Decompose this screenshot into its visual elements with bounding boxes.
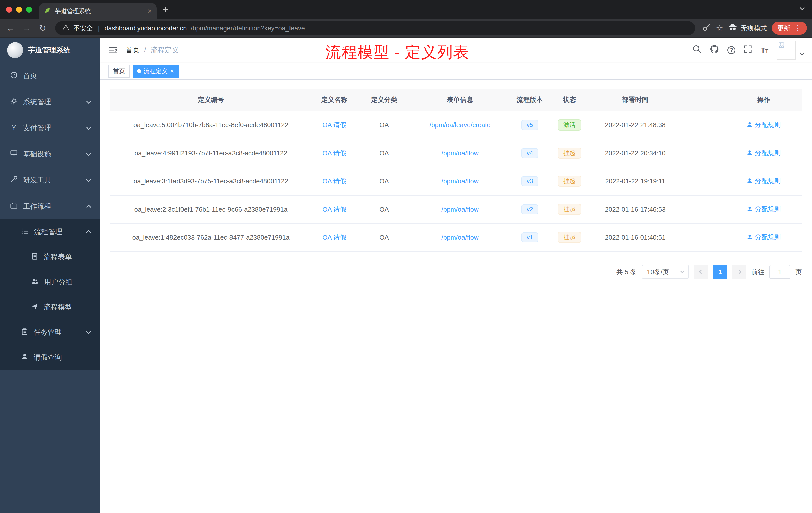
col-deploy-time: 部署时间 [588, 89, 682, 111]
chrome-update-button[interactable]: 更新 ⋮ [772, 22, 807, 35]
sidebar-item-process-form[interactable]: 流程表单 [0, 244, 100, 270]
sidebar-item-system[interactable]: 系统管理 [0, 89, 100, 115]
goto-label: 前往 [751, 268, 764, 276]
page-number-button[interactable]: 1 [713, 265, 727, 279]
pagination-total: 共 5 条 [616, 268, 637, 276]
table-row: oa_leave:5:004b710b-7b8a-11ec-8ef0-acde4… [111, 111, 802, 139]
app-window: 芋道管理系统 首页 系统管理 ¥ 支付管理 基础设施 [0, 38, 812, 513]
sidebar-item-process-model[interactable]: 流程模型 [0, 295, 100, 320]
next-page-button[interactable] [732, 265, 746, 279]
window-controls [6, 0, 39, 19]
sidebar-item-infra[interactable]: 基础设施 [0, 141, 100, 167]
warning-triangle-icon [62, 24, 69, 32]
gear-icon [10, 97, 18, 107]
assign-rule-link[interactable]: 分配规则 [747, 177, 781, 185]
assign-rule-link[interactable]: 分配规则 [747, 120, 781, 129]
form-link[interactable]: /bpm/oa/leave/create [430, 121, 491, 129]
page-size-select[interactable]: 10条/页 [642, 265, 689, 279]
sidebar-logo[interactable]: 芋道管理系统 [0, 38, 100, 63]
url-path: /bpm/manager/definition?key=oa_leave [191, 24, 305, 32]
font-size-icon[interactable]: TT [760, 46, 768, 55]
assign-rule-link[interactable]: 分配规则 [747, 233, 781, 242]
definition-name-link[interactable]: OA 请假 [322, 234, 346, 241]
table-row: oa_leave:1:482ec033-762a-11ec-8477-a2380… [111, 223, 802, 251]
tag-close-icon[interactable]: × [170, 68, 174, 74]
github-icon[interactable] [710, 45, 719, 56]
version-badge: v5 [522, 120, 538, 130]
incognito-badge: 无痕模式 [728, 24, 767, 33]
breadcrumb-home[interactable]: 首页 [125, 46, 140, 54]
address-bar[interactable]: 不安全 | dashboard.yudao.iocoder.cn/bpm/man… [55, 21, 695, 35]
back-button[interactable]: ← [5, 24, 16, 32]
sidebar-item-home[interactable]: 首页 [0, 63, 100, 89]
definition-id: oa_leave:5:004b710b-7b8a-11ec-8ef0-acde4… [111, 111, 311, 139]
users-icon [31, 278, 39, 286]
sidebar-item-devtools[interactable]: 研发工具 [0, 167, 100, 193]
sidebar-item-user-group[interactable]: 用户分组 [0, 270, 100, 295]
person-icon [21, 353, 28, 362]
definition-category: OA [357, 223, 411, 251]
tab-close-icon[interactable]: × [148, 7, 152, 14]
logo-avatar [7, 42, 23, 58]
screen: 芋道管理系统 × + ← → ↻ 不安全 | dashboard.yudao.i… [0, 0, 812, 513]
assign-rule-link[interactable]: 分配规则 [747, 205, 781, 214]
browser-menu-icon[interactable]: ⋮ [794, 25, 802, 32]
version-badge: v2 [522, 204, 538, 214]
breadcrumb: 首页/流程定义 [125, 46, 179, 55]
chevron-down-icon [86, 329, 91, 334]
sidebar-item-workflow[interactable]: 工作流程 [0, 193, 100, 219]
sidebar-item-payment[interactable]: ¥ 支付管理 [0, 115, 100, 141]
paper-plane-icon [31, 303, 38, 312]
definition-id: oa_leave:2:3c1f0ef1-76b1-11ec-9c66-a2380… [111, 195, 311, 223]
definition-name-link[interactable]: OA 请假 [322, 121, 346, 129]
tag-home[interactable]: 首页 [109, 64, 129, 78]
prev-page-button[interactable] [694, 265, 708, 279]
new-tab-button[interactable]: + [163, 4, 169, 14]
assign-rule-link[interactable]: 分配规则 [747, 149, 781, 157]
deploy-time: 2022-01-16 01:40:51 [588, 223, 682, 251]
definition-category: OA [357, 167, 411, 195]
sidebar-item-task-mgmt[interactable]: 任务管理 [0, 320, 100, 345]
goto-page-input[interactable] [769, 265, 790, 279]
definition-name-link[interactable]: OA 请假 [322, 149, 346, 157]
status-badge: 挂起 [558, 232, 581, 243]
form-link[interactable]: /bpm/oa/flow [441, 234, 478, 241]
browser-tabstrip: 芋道管理系统 × + [0, 0, 812, 19]
sidebar: 芋道管理系统 首页 系统管理 ¥ 支付管理 基础设施 [0, 38, 100, 513]
form-link[interactable]: /bpm/oa/flow [441, 177, 478, 185]
window-minimize-button[interactable] [16, 6, 22, 12]
tag-process-definition[interactable]: 流程定义 × [133, 64, 178, 78]
browser-tab[interactable]: 芋道管理系统 × [39, 3, 157, 19]
definition-name-link[interactable]: OA 请假 [322, 177, 346, 185]
sidebar-item-leave-query[interactable]: 请假查询 [0, 345, 100, 370]
forward-button[interactable]: → [21, 24, 32, 32]
form-link[interactable]: /bpm/oa/flow [441, 149, 478, 157]
sidebar-item-process-mgmt[interactable]: 流程管理 [0, 219, 100, 244]
definition-id: oa_leave:1:482ec033-762a-11ec-8477-a2380… [111, 223, 311, 251]
workflow-submenu: 流程管理 流程表单 用户分组 流程模型 任务管理 [0, 219, 100, 370]
bookmark-star-icon[interactable]: ☆ [716, 23, 723, 33]
search-icon[interactable] [693, 45, 701, 56]
tab-search-icon[interactable] [800, 5, 805, 10]
help-icon[interactable]: ? [727, 46, 735, 54]
window-zoom-button[interactable] [26, 6, 32, 12]
definition-name-link[interactable]: OA 请假 [322, 206, 346, 213]
chevron-up-icon [86, 230, 91, 235]
definition-id: oa_leave:3:1fad3d93-7b75-11ec-a3c8-acde4… [111, 167, 311, 195]
table-row: oa_leave:3:1fad3d93-7b75-11ec-a3c8-acde4… [111, 167, 802, 195]
content: 定义编号 定义名称 定义分类 表单信息 流程版本 状态 部署时间 操作 [100, 80, 812, 513]
fullscreen-icon[interactable] [744, 45, 752, 55]
reload-button[interactable]: ↻ [37, 24, 48, 32]
chevron-down-icon [86, 151, 91, 156]
briefcase-icon [10, 202, 18, 211]
definition-category: OA [357, 139, 411, 167]
avatar[interactable] [777, 41, 796, 60]
hamburger-icon[interactable] [109, 46, 117, 54]
deploy-time: 2022-01-22 19:19:11 [588, 167, 682, 195]
chevron-down-icon [86, 99, 91, 104]
avatar-caret-icon[interactable] [800, 51, 805, 56]
form-link[interactable]: /bpm/oa/flow [441, 206, 478, 213]
list-icon [21, 228, 29, 237]
password-key-icon[interactable] [702, 23, 711, 33]
window-close-button[interactable] [6, 6, 12, 12]
